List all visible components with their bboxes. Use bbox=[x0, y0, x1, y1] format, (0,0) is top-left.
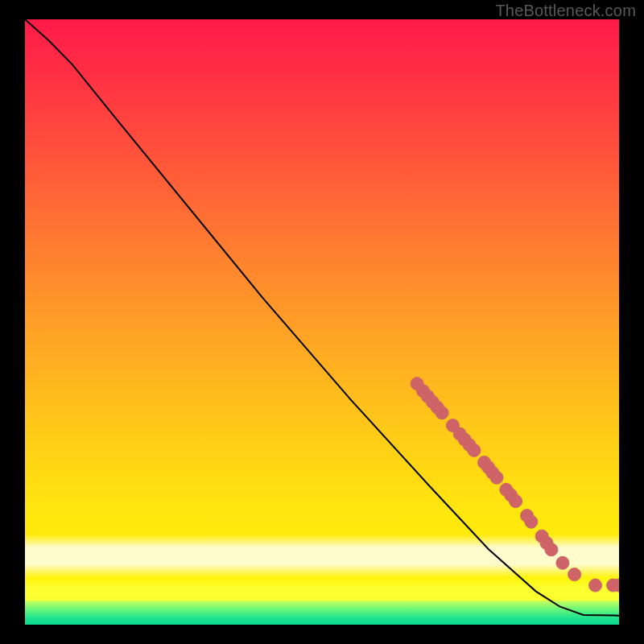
chart-frame: TheBottleneck.com bbox=[0, 0, 644, 644]
chart-overlay bbox=[25, 19, 619, 625]
data-point bbox=[568, 568, 581, 581]
data-point bbox=[468, 444, 481, 456]
data-point bbox=[525, 515, 538, 528]
data-point bbox=[589, 579, 602, 592]
data-point bbox=[556, 556, 569, 569]
data-point bbox=[510, 495, 522, 508]
watermark-text: TheBottleneck.com bbox=[495, 2, 636, 20]
data-points bbox=[411, 378, 619, 592]
data-point bbox=[490, 471, 503, 484]
plot-area bbox=[25, 19, 619, 625]
data-point bbox=[545, 543, 558, 556]
data-point bbox=[436, 407, 448, 419]
